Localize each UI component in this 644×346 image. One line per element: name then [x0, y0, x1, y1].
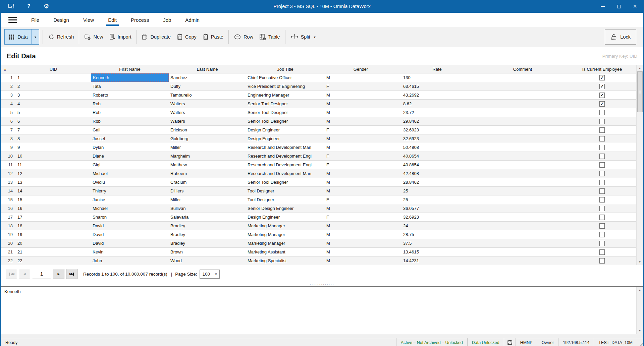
- row-button[interactable]: Row: [231, 29, 256, 45]
- cell-comment[interactable]: [477, 108, 568, 117]
- is-current-employee-checkbox[interactable]: [599, 119, 605, 124]
- is-current-employee-checkbox[interactable]: [599, 180, 605, 185]
- cell-comment[interactable]: [477, 187, 568, 195]
- cell-uid[interactable]: 14: [16, 187, 91, 195]
- cell-comment[interactable]: [477, 204, 568, 213]
- cell-job-title[interactable]: Engineering Manager: [246, 91, 325, 99]
- cell-gender[interactable]: M: [325, 204, 397, 213]
- settings-gear-icon[interactable]: ⚙: [43, 3, 50, 10]
- menu-edit[interactable]: Edit: [108, 13, 117, 27]
- is-current-employee-checkbox[interactable]: [599, 215, 605, 220]
- cell-last-name[interactable]: Duffy: [169, 82, 246, 91]
- remote-session-icon[interactable]: [8, 3, 15, 10]
- cell-last-name[interactable]: Sanchez: [169, 73, 246, 82]
- cell-uid[interactable]: 19: [16, 230, 91, 239]
- cell-uid[interactable]: 7: [16, 126, 91, 134]
- cell-rate[interactable]: 40.8654: [397, 161, 477, 169]
- cell-gender[interactable]: M: [325, 256, 397, 265]
- is-current-employee-checkbox[interactable]: ✓: [599, 101, 605, 107]
- column-header-uid[interactable]: UID: [16, 67, 91, 72]
- cell-rate[interactable]: 14.4231: [397, 256, 477, 265]
- cell-last-name[interactable]: Walters: [169, 108, 246, 117]
- cell-last-name[interactable]: Walters: [169, 100, 246, 108]
- cell-first-name[interactable]: David: [91, 222, 169, 230]
- cell-gender[interactable]: F: [325, 195, 397, 204]
- cell-gender[interactable]: M: [325, 230, 397, 239]
- cell-first-name[interactable]: Janice: [91, 195, 169, 204]
- import-button[interactable]: Import: [106, 29, 134, 45]
- is-current-employee-checkbox[interactable]: [599, 241, 605, 246]
- cell-comment[interactable]: [477, 178, 568, 186]
- cell-job-title[interactable]: Vice President of Engineering: [246, 82, 325, 91]
- cell-last-name[interactable]: Bradley: [169, 230, 246, 239]
- cell-comment[interactable]: [477, 117, 568, 125]
- cell-first-name[interactable]: Gail: [91, 126, 169, 134]
- cell-first-name[interactable]: Roberto: [91, 91, 169, 99]
- cell-comment[interactable]: [477, 230, 568, 239]
- is-current-employee-checkbox[interactable]: [599, 136, 605, 141]
- new-button[interactable]: New: [81, 29, 106, 45]
- cell-uid[interactable]: 5: [16, 108, 91, 117]
- cell-gender[interactable]: M: [325, 143, 397, 152]
- column-header-last-name[interactable]: Last Name: [169, 67, 246, 72]
- cell-last-name[interactable]: Cracium: [169, 178, 246, 186]
- cell-comment[interactable]: [477, 239, 568, 247]
- cell-first-name[interactable]: Dylan: [91, 143, 169, 152]
- cell-job-title[interactable]: Senior Design Engineer: [246, 204, 325, 213]
- is-current-employee-checkbox[interactable]: ✓: [599, 84, 605, 89]
- cell-comment[interactable]: [477, 256, 568, 265]
- is-current-employee-checkbox[interactable]: [599, 162, 605, 168]
- cell-job-title[interactable]: Research and Development Engi: [246, 161, 325, 169]
- cell-rate[interactable]: 25: [397, 187, 477, 195]
- cell-uid[interactable]: 10: [16, 152, 91, 160]
- menu-design[interactable]: Design: [53, 13, 69, 27]
- cell-rate[interactable]: 36.0577: [397, 204, 477, 213]
- cell-uid[interactable]: 17: [16, 213, 91, 221]
- duplicate-button[interactable]: Duplicate: [139, 29, 174, 45]
- data-button[interactable]: Data ▾: [4, 29, 39, 45]
- cell-rate[interactable]: 23.72: [397, 108, 477, 117]
- cell-rate[interactable]: 25: [397, 195, 477, 204]
- cell-gender[interactable]: M: [325, 239, 397, 247]
- cell-comment[interactable]: [477, 134, 568, 143]
- cell-first-name[interactable]: Kenneth: [91, 73, 169, 82]
- table-button[interactable]: Table: [256, 29, 283, 45]
- is-current-employee-checkbox[interactable]: [599, 145, 605, 150]
- cell-first-name[interactable]: Rob: [91, 100, 169, 108]
- split-dropdown-arrow-icon[interactable]: ▾: [314, 35, 316, 39]
- data-dropdown-arrow-icon[interactable]: ▾: [32, 30, 39, 44]
- cell-rate[interactable]: 37.5: [397, 239, 477, 247]
- cell-job-title[interactable]: Marketing Manager: [246, 222, 325, 230]
- cell-gender[interactable]: M: [325, 117, 397, 125]
- is-current-employee-checkbox[interactable]: [599, 197, 605, 203]
- cell-rate[interactable]: 32.6923: [397, 126, 477, 134]
- column-header-first-name[interactable]: First Name: [91, 67, 169, 72]
- minimize-button[interactable]: [595, 0, 611, 13]
- grid-vertical-scrollbar[interactable]: ▲ ▼: [636, 65, 643, 265]
- paste-button[interactable]: Paste: [200, 29, 226, 45]
- column-header-comment[interactable]: Comment: [477, 67, 568, 72]
- cell-rate[interactable]: 8.62: [397, 100, 477, 108]
- cell-first-name[interactable]: David: [91, 239, 169, 247]
- cell-gender[interactable]: F: [325, 126, 397, 134]
- is-current-employee-checkbox[interactable]: [599, 232, 605, 237]
- cell-job-title[interactable]: Senior Tool Designer: [246, 100, 325, 108]
- is-current-employee-checkbox[interactable]: [599, 154, 605, 159]
- cell-rate[interactable]: 50.4808: [397, 143, 477, 152]
- cell-comment[interactable]: [477, 82, 568, 91]
- cell-comment[interactable]: [477, 161, 568, 169]
- cell-uid[interactable]: 12: [16, 169, 91, 178]
- cell-uid[interactable]: 13: [16, 178, 91, 186]
- cell-rate[interactable]: 32.6923: [397, 134, 477, 143]
- cell-first-name[interactable]: Gigi: [91, 161, 169, 169]
- column-header-rate[interactable]: Rate: [397, 67, 477, 72]
- cell-last-name[interactable]: Tamburello: [169, 91, 246, 99]
- cell-gender[interactable]: M: [325, 73, 397, 82]
- cell-job-title[interactable]: Marketing Manager: [246, 230, 325, 239]
- cell-comment[interactable]: [477, 91, 568, 99]
- cell-comment[interactable]: [477, 222, 568, 230]
- cell-rate[interactable]: 42.4808: [397, 169, 477, 178]
- cell-uid[interactable]: 9: [16, 143, 91, 152]
- cell-first-name[interactable]: Rob: [91, 117, 169, 125]
- cell-last-name[interactable]: Walters: [169, 117, 246, 125]
